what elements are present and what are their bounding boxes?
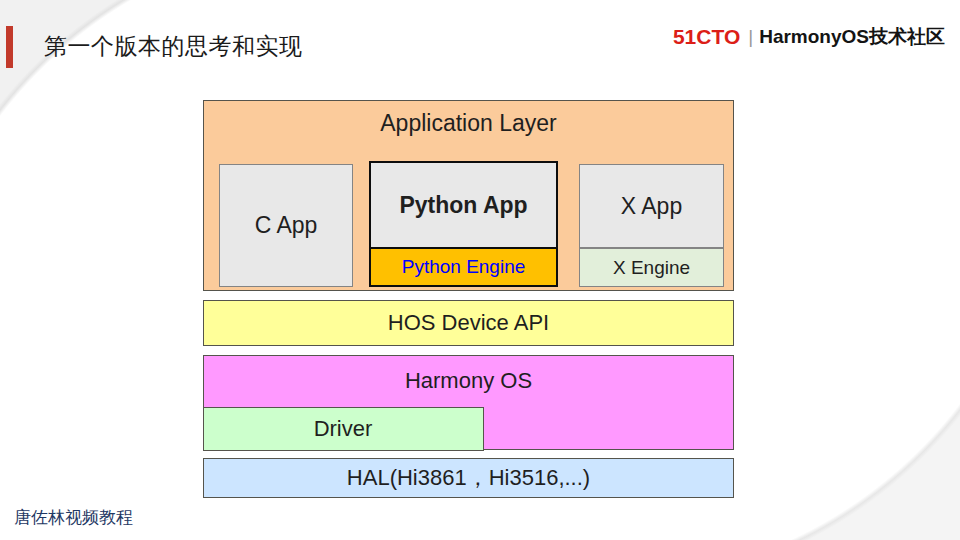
logo-separator: | <box>748 26 753 48</box>
footer-credit: 唐佐林视频教程 <box>14 506 133 529</box>
hos-device-api-box: HOS Device API <box>203 300 734 346</box>
page-title: 第一个版本的思考和实现 <box>44 31 303 62</box>
corner-decoration-top-left <box>0 0 170 150</box>
logo-community-text: HarmonyOS技术社区 <box>759 24 945 50</box>
corner-decoration-bottom-right <box>720 340 960 540</box>
x-app-box: X App <box>579 164 724 248</box>
brand-logo: 51CTO | HarmonyOS技术社区 <box>673 24 945 50</box>
harmony-os-box: Harmony OS Driver <box>203 355 734 450</box>
python-engine-box: Python Engine <box>371 247 556 285</box>
logo-51cto-text: 51CTO <box>673 25 740 49</box>
title-accent-bar <box>6 26 13 68</box>
x-engine-box: X Engine <box>579 248 724 287</box>
slide: 第一个版本的思考和实现 51CTO | HarmonyOS技术社区 Applic… <box>0 0 960 540</box>
harmony-os-label: Harmony OS <box>204 356 733 406</box>
hal-box: HAL(Hi3861，Hi3516,...) <box>203 458 734 498</box>
application-layer-box: Application Layer C App Python App Pytho… <box>203 100 734 291</box>
application-layer-label: Application Layer <box>204 101 733 137</box>
driver-box: Driver <box>203 407 484 451</box>
python-app-stack: Python App Python Engine <box>369 161 558 287</box>
python-app-box: Python App <box>371 163 556 247</box>
c-app-box: C App <box>219 164 353 287</box>
